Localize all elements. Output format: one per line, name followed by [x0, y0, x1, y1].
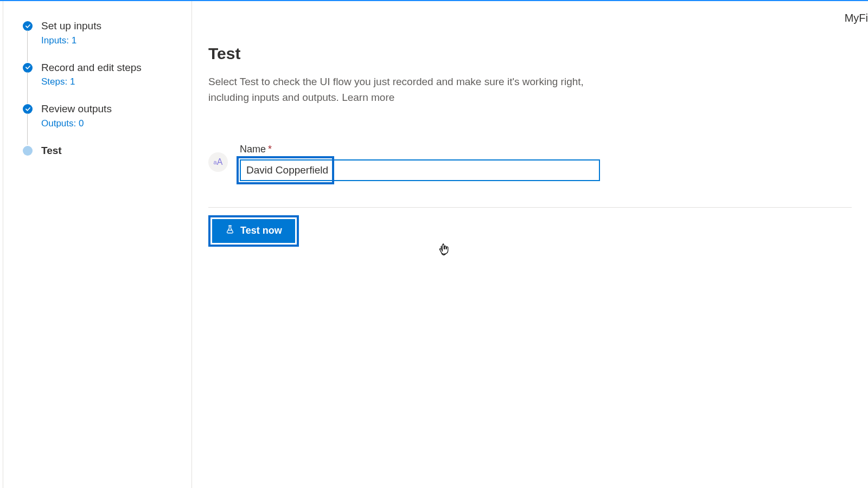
step-subtitle: Outputs: 0 — [41, 118, 112, 129]
step-title: Review outputs — [41, 102, 112, 116]
main-content: MyFi Test Select Test to check the UI fl… — [192, 1, 868, 488]
step-connector — [27, 72, 28, 104]
step-connector — [27, 113, 28, 145]
step-title: Record and edit steps — [41, 61, 142, 75]
step-connector — [27, 30, 28, 62]
description-text: Select Test to check the UI flow you jus… — [208, 76, 584, 103]
step-title: Test — [41, 144, 62, 158]
check-circle-icon — [23, 21, 33, 31]
button-label: Test now — [240, 225, 282, 236]
required-asterisk: * — [268, 144, 272, 155]
step-title: Set up inputs — [41, 20, 101, 33]
check-circle-icon — [23, 63, 33, 73]
text-type-icon: aA — [208, 152, 228, 172]
learn-more-link[interactable]: Learn more — [342, 92, 394, 103]
wizard-steps-sidebar: Set up inputs Inputs: 1 Record and edit … — [3, 1, 192, 488]
wizard-step-review-outputs[interactable]: Review outputs Outputs: 0 — [3, 102, 192, 129]
page-description: Select Test to check the UI flow you jus… — [208, 74, 621, 106]
test-now-button[interactable]: Test now — [212, 219, 295, 243]
input-form-block: aA Name* — [208, 144, 852, 181]
wizard-step-test[interactable]: Test — [3, 144, 192, 158]
wizard-step-record-edit[interactable]: Record and edit steps Steps: 1 — [3, 61, 192, 88]
check-circle-icon — [23, 104, 33, 114]
name-field-label: Name* — [240, 144, 620, 155]
section-divider — [208, 207, 852, 208]
step-subtitle: Steps: 1 — [41, 76, 142, 87]
page-title: Test — [208, 44, 852, 63]
name-input[interactable] — [246, 160, 593, 180]
wizard-step-setup-inputs[interactable]: Set up inputs Inputs: 1 — [3, 20, 192, 46]
label-text: Name — [240, 144, 266, 155]
action-row: Test now — [208, 215, 852, 247]
name-input-wrap — [240, 159, 600, 181]
flask-icon — [225, 224, 235, 237]
tutorial-highlight-box: Test now — [208, 215, 299, 247]
current-step-dot-icon — [23, 146, 33, 156]
flow-name-truncated: MyFi — [845, 12, 868, 24]
step-subtitle: Inputs: 1 — [41, 35, 101, 46]
